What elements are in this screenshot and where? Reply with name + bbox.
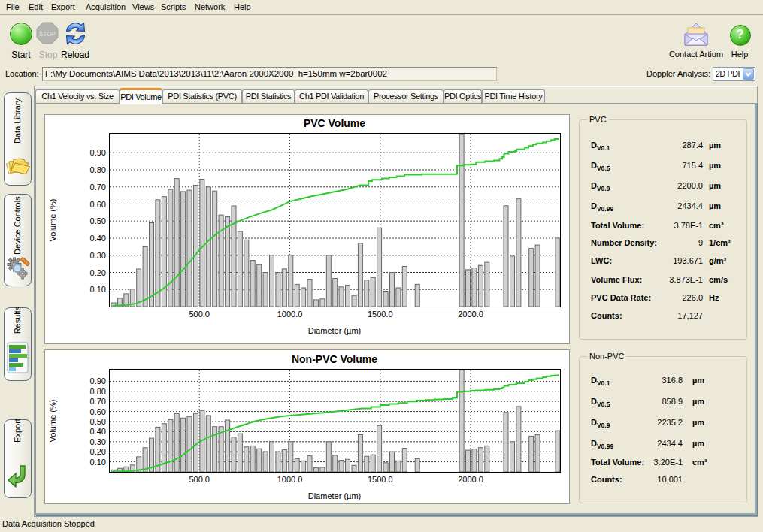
svg-text:0.20: 0.20	[90, 268, 106, 277]
svg-text:Volume (%): Volume (%)	[48, 199, 57, 242]
svg-text:500.0: 500.0	[189, 310, 210, 319]
svg-text:1500.0: 1500.0	[368, 310, 393, 319]
svg-text:Non-PVC Volume: Non-PVC Volume	[292, 353, 377, 365]
svg-text:0.90: 0.90	[90, 148, 106, 157]
svg-text:1000.0: 1000.0	[277, 475, 303, 484]
svg-text:Diameter (µm): Diameter (µm)	[308, 326, 362, 335]
svg-text:2000.0: 2000.0	[458, 475, 483, 484]
svg-text:Diameter (µm): Diameter (µm)	[308, 491, 362, 500]
svg-text:0.70: 0.70	[90, 397, 106, 406]
svg-text:STOP: STOP	[39, 30, 56, 38]
svg-text:0.10: 0.10	[90, 458, 106, 467]
svg-text:0.60: 0.60	[90, 407, 106, 416]
svg-text:0.90: 0.90	[90, 376, 106, 385]
svg-text:0.80: 0.80	[90, 165, 106, 174]
svg-text:0.30: 0.30	[90, 437, 106, 446]
svg-text:0.40: 0.40	[90, 427, 106, 436]
svg-text:PVC Volume: PVC Volume	[304, 117, 365, 129]
svg-text:2000.0: 2000.0	[458, 310, 483, 319]
svg-text:0.60: 0.60	[90, 200, 106, 209]
svg-text:0.70: 0.70	[90, 183, 106, 192]
svg-text:Volume (%): Volume (%)	[48, 400, 57, 443]
svg-text:1000.0: 1000.0	[277, 310, 303, 319]
svg-text:1500.0: 1500.0	[368, 475, 393, 484]
svg-text:500.0: 500.0	[189, 475, 210, 484]
svg-text:0.50: 0.50	[90, 216, 106, 225]
svg-text:0.10: 0.10	[90, 285, 106, 294]
svg-text:0.30: 0.30	[90, 251, 106, 260]
svg-text:0.80: 0.80	[90, 387, 106, 396]
svg-text:0.50: 0.50	[90, 417, 106, 426]
svg-text:0.40: 0.40	[90, 234, 106, 243]
svg-text:0.20: 0.20	[90, 447, 106, 456]
